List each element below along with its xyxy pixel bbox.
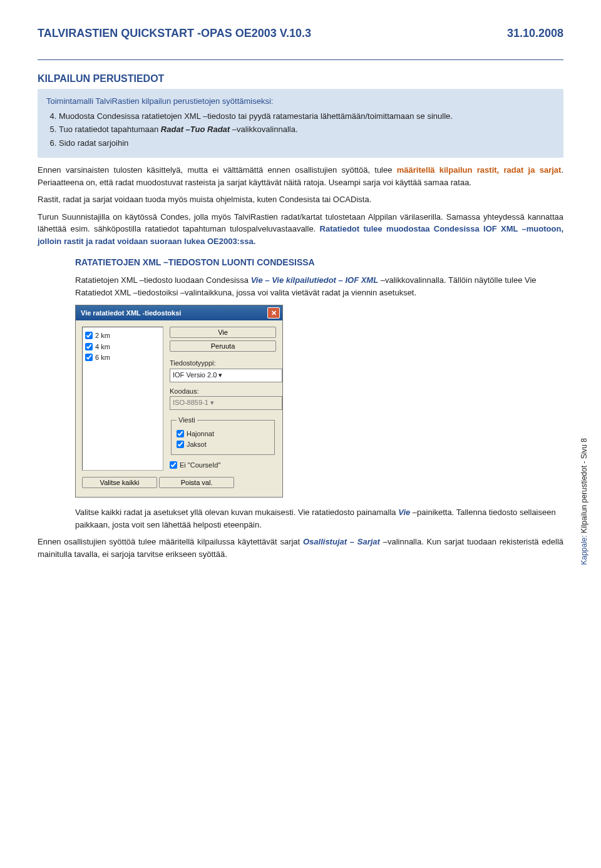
subsection-text: Ratatietojen XML –tiedosto luodaan Conde… — [75, 274, 563, 299]
close-icon[interactable]: ✕ — [267, 307, 280, 319]
select-all-button[interactable]: Valitse kaikki — [82, 477, 157, 488]
side-kappale: Kappale: — [580, 536, 588, 565]
side-text: Kilpailun perustiedot - Sivu 8 — [580, 438, 588, 535]
route-label-2km: 2 km — [95, 330, 110, 341]
route-check-2km[interactable] — [85, 332, 93, 339]
check-courseid[interactable] — [170, 461, 177, 469]
route-item-2km[interactable]: 2 km — [85, 330, 160, 341]
subsection-heading: RATATIETOJEN XML –TIEDOSTON LUONTI CONDE… — [75, 256, 563, 269]
route-check-4km[interactable] — [85, 343, 93, 350]
step-5-c: –valikkovalinnalla. — [230, 125, 297, 134]
dialog-export-xml: Vie ratatiedot XML -tiedostoksi ✕ 2 km 4… — [75, 305, 283, 498]
label-hajonnat: Hajonnat — [187, 429, 214, 439]
para-condes: Turun Suunnistajilla on käytössä Condes,… — [38, 211, 563, 248]
route-item-4km[interactable]: 4 km — [85, 342, 160, 352]
check-hajonnat[interactable] — [177, 430, 184, 437]
vie-button[interactable]: Vie — [170, 327, 276, 338]
para-define-a: Ennen varsinaisten tulosten käsittelyä, … — [38, 165, 397, 175]
select-filetype-value: IOF Versio 2.0 — [173, 371, 217, 379]
bluebox-procedure: Toimintamalli TalviRastien kilpailun per… — [38, 89, 563, 158]
dialog-titlebar: Vie ratatiedot XML -tiedostoksi ✕ — [76, 305, 282, 320]
page-side-label: Kappale: Kilpailun perustiedot - Sivu 8 — [578, 438, 590, 565]
after-p2-a: Ennen osallistujien syöttöä tulee määrit… — [38, 537, 303, 546]
bluebox-lead: Toimintamalli TalviRastien kilpailun per… — [46, 95, 555, 108]
select-filetype[interactable]: IOF Versio 2.0 ▾ — [170, 369, 282, 382]
after-dialog-p2: Ennen osallistujien syöttöä tulee määrit… — [38, 536, 563, 560]
route-check-6km[interactable] — [85, 354, 93, 361]
select-encoding: ISO-8859-1 ▾ — [170, 396, 282, 410]
label-encoding: Koodaus: — [170, 386, 276, 397]
after-dialog-p1: Valitse kaikki radat ja asetukset yllä o… — [75, 506, 563, 531]
after-p2-command: Osallistujat – Sarjat — [303, 537, 380, 546]
route-label-6km: 6 km — [95, 352, 110, 363]
sub-text-command: Vie – Vie kilpailutiedot – IOF XML — [251, 275, 378, 285]
check-jaksot[interactable] — [177, 441, 184, 448]
select-encoding-value: ISO-8859-1 — [173, 399, 208, 406]
para-define: Ennen varsinaisten tulosten käsittelyä, … — [38, 164, 563, 188]
step-5-a: Tuo ratatiedot tapahtumaan — [59, 125, 161, 134]
fieldset-viesti: Viesti Hajonnat Jaksot — [171, 415, 275, 455]
deselect-button[interactable]: Poista val. — [159, 477, 234, 488]
header-rule — [38, 59, 563, 60]
label-filetype: Tiedostotyyppi: — [170, 358, 276, 369]
legend-viesti: Viesti — [177, 415, 197, 426]
step-5-command: Radat –Tuo Radat — [161, 125, 230, 134]
peruuta-button[interactable]: Peruuta — [170, 340, 276, 352]
section-heading: KILPAILUN PERUSTIEDOT — [38, 71, 563, 86]
step-6: Sido radat sarjoihin — [59, 137, 555, 150]
label-courseid: Ei "CourseId" — [180, 460, 220, 471]
route-label-4km: 4 km — [95, 342, 110, 352]
check-row-courseid[interactable]: Ei "CourseId" — [170, 460, 276, 471]
step-4: Muodosta Condesissa ratatietojen XML –ti… — [59, 110, 555, 123]
para-define-highlight: määritellä kilpailun rastit, radat ja sa… — [397, 165, 562, 175]
after-p1-vie: Vie — [398, 508, 410, 517]
page-header-date: 31.10.2008 — [507, 25, 563, 42]
sub-text-a: Ratatietojen XML –tiedosto luodaan Conde… — [75, 275, 251, 285]
step-5: Tuo ratatiedot tapahtumaan Radat –Tuo Ra… — [59, 123, 555, 136]
para-import-note: Rastit, radat ja sarjat voidaan tuoda my… — [38, 193, 563, 206]
bluebox-steps: Muodosta Condesissa ratatietojen XML –ti… — [59, 110, 555, 150]
check-row-jaksot[interactable]: Jaksot — [177, 439, 269, 450]
dialog-title-text: Vie ratatiedot XML -tiedostoksi — [81, 308, 181, 319]
route-item-6km[interactable]: 6 km — [85, 352, 160, 363]
check-row-hajonnat[interactable]: Hajonnat — [177, 429, 269, 439]
after-p1-a: Valitse kaikki radat ja asetukset yllä o… — [75, 508, 398, 517]
route-listbox[interactable]: 2 km 4 km 6 km — [82, 327, 163, 471]
page-header-title: TALVIRASTIEN QUICKSTART -OPAS OE2003 V.1… — [38, 25, 311, 42]
label-jaksot: Jaksot — [187, 439, 207, 450]
